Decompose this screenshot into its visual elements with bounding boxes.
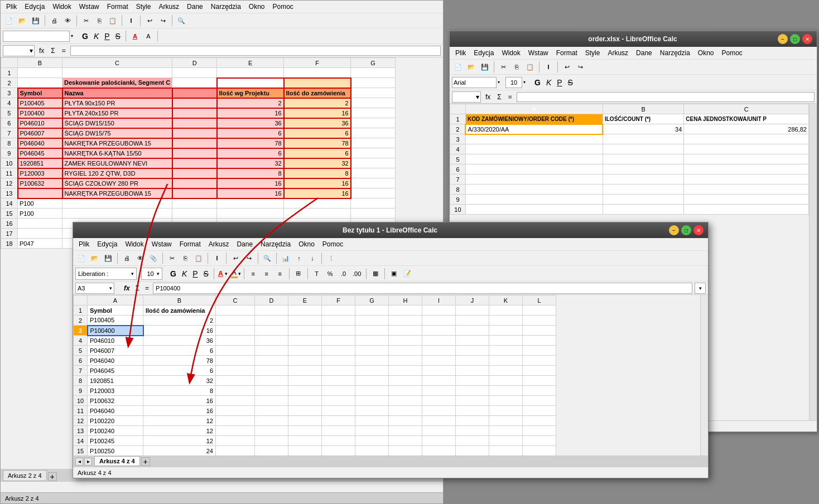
main-a5[interactable]: P046007 bbox=[88, 346, 143, 356]
main-save-btn[interactable]: 💾 bbox=[102, 252, 114, 264]
order-font-name-arrow[interactable]: ▾ bbox=[498, 80, 500, 85]
main-k9[interactable] bbox=[489, 386, 523, 396]
cell-b18[interactable]: P047 bbox=[18, 239, 62, 249]
order-b6[interactable] bbox=[603, 164, 683, 175]
cell-d13[interactable] bbox=[172, 188, 217, 198]
main-inc-btn[interactable]: .00 bbox=[351, 268, 363, 280]
order-col-b[interactable]: B bbox=[603, 104, 683, 114]
main-d13[interactable] bbox=[255, 426, 288, 436]
main-j14[interactable] bbox=[456, 436, 489, 446]
bg-tab-sheet[interactable]: Arkusz 2 z 4 bbox=[3, 470, 47, 481]
cell-b3[interactable]: Symbol bbox=[18, 88, 62, 98]
bg-menu-edycja[interactable]: Edycja bbox=[21, 2, 48, 12]
order-cell-ref-input[interactable] bbox=[454, 94, 476, 100]
main-find-btn[interactable]: 🔍 bbox=[261, 252, 273, 264]
main-g10[interactable] bbox=[355, 396, 389, 406]
col-header-g[interactable]: G bbox=[351, 58, 396, 68]
main-k4[interactable] bbox=[489, 336, 523, 346]
main-grid-area[interactable]: A B C D E F G H I J K L bbox=[73, 295, 700, 455]
main-h5[interactable] bbox=[389, 346, 422, 356]
main-col-l[interactable]: L bbox=[523, 295, 556, 306]
undo-btn[interactable]: ↩ bbox=[143, 14, 156, 27]
cell-c2[interactable]: Deskowanie palościanki, Segment C bbox=[62, 78, 172, 88]
main-c13[interactable] bbox=[216, 426, 255, 436]
main-minimize-btn[interactable]: − bbox=[669, 225, 679, 235]
main-a9[interactable]: P120003 bbox=[88, 386, 143, 396]
order-a8[interactable] bbox=[465, 185, 603, 195]
main-e2[interactable] bbox=[288, 316, 322, 326]
main-j9[interactable] bbox=[456, 386, 489, 396]
order-a6[interactable] bbox=[465, 164, 603, 175]
main-b12[interactable]: 12 bbox=[143, 416, 216, 426]
cell-g6[interactable] bbox=[351, 118, 396, 128]
main-b5[interactable]: 6 bbox=[143, 346, 216, 356]
main-g14[interactable] bbox=[355, 436, 389, 446]
main-hscroll[interactable] bbox=[150, 456, 708, 467]
main-k12[interactable] bbox=[489, 416, 523, 426]
cell-f6[interactable]: 36 bbox=[284, 118, 351, 128]
main-f10[interactable] bbox=[322, 396, 355, 406]
main-j15[interactable] bbox=[456, 446, 489, 456]
cell-e15[interactable] bbox=[217, 209, 284, 219]
bg-menu-arkusz[interactable]: Arkusz bbox=[155, 2, 182, 12]
main-d11[interactable] bbox=[255, 406, 288, 416]
cell-f14[interactable] bbox=[284, 198, 351, 209]
cell-g7[interactable] bbox=[351, 128, 396, 138]
order-font-name[interactable] bbox=[452, 77, 497, 88]
main-maximize-btn[interactable]: □ bbox=[681, 225, 691, 235]
cell-b10[interactable]: 1920851 bbox=[18, 158, 62, 168]
preview-btn[interactable]: 👁 bbox=[61, 14, 74, 27]
main-col-k[interactable]: K bbox=[489, 295, 523, 306]
main-i2[interactable] bbox=[422, 316, 456, 326]
main-strike-f[interactable]: S bbox=[201, 269, 211, 278]
main-i7[interactable] bbox=[422, 366, 456, 376]
main-clip-btn[interactable]: 📎 bbox=[147, 252, 160, 264]
main-close-btn[interactable]: ✕ bbox=[693, 225, 704, 235]
order-a10[interactable] bbox=[465, 205, 603, 215]
cell-c8[interactable]: NAKRĘTKA PRZEGUBOWA 15 bbox=[62, 138, 172, 148]
order-b4[interactable] bbox=[603, 144, 683, 154]
bg-menu-pomoc[interactable]: Pomoc bbox=[269, 2, 297, 12]
main-align-right[interactable]: ≡ bbox=[274, 268, 286, 280]
main-b4[interactable]: 36 bbox=[143, 336, 216, 346]
col-header-f[interactable]: F bbox=[284, 58, 351, 68]
cell-c4[interactable]: PŁYTA 90x150 PR bbox=[62, 98, 172, 108]
cell-d14[interactable] bbox=[172, 198, 217, 209]
main-align-left[interactable]: ≡ bbox=[247, 268, 259, 280]
main-l15[interactable] bbox=[523, 446, 556, 456]
main-d3[interactable] bbox=[255, 326, 288, 336]
main-menu-dane[interactable]: Dane bbox=[233, 239, 256, 249]
main-h15[interactable] bbox=[389, 446, 422, 456]
main-bg-color-arrow[interactable]: ▾ bbox=[238, 271, 241, 277]
order-b5[interactable] bbox=[603, 154, 683, 164]
main-copy-btn[interactable]: ⎘ bbox=[179, 252, 191, 264]
main-l10[interactable] bbox=[523, 396, 556, 406]
main-sort-desc-btn[interactable]: ↓ bbox=[306, 252, 319, 264]
main-percent-btn[interactable]: % bbox=[324, 268, 336, 280]
cell-e2[interactable] bbox=[217, 78, 284, 88]
main-b10[interactable]: 16 bbox=[143, 396, 216, 406]
main-c14[interactable] bbox=[216, 436, 255, 446]
cell-d1[interactable] bbox=[172, 68, 217, 78]
main-i9[interactable] bbox=[422, 386, 456, 396]
order-b3[interactable] bbox=[603, 134, 683, 144]
main-cut-btn[interactable]: ✂ bbox=[166, 252, 178, 264]
main-k3[interactable] bbox=[489, 326, 523, 336]
main-align-center[interactable]: ≡ bbox=[261, 268, 273, 280]
main-font-name-arrow[interactable]: ▾ bbox=[131, 271, 134, 277]
order-menu-arkusz[interactable]: Arkusz bbox=[604, 48, 632, 58]
cell-g1[interactable] bbox=[351, 68, 396, 78]
main-d14[interactable] bbox=[255, 436, 288, 446]
cell-b5[interactable]: P100400 bbox=[18, 108, 62, 118]
order-menu-pomoc[interactable]: Pomoc bbox=[719, 48, 746, 58]
main-new-btn[interactable]: 📄 bbox=[75, 252, 88, 264]
cell-e1[interactable] bbox=[217, 68, 284, 78]
main-f9[interactable] bbox=[322, 386, 355, 396]
main-c1[interactable] bbox=[216, 306, 255, 316]
bold-btn[interactable]: I bbox=[125, 14, 137, 27]
main-i4[interactable] bbox=[422, 336, 456, 346]
main-g8[interactable] bbox=[355, 376, 389, 386]
main-j1[interactable] bbox=[456, 306, 489, 316]
main-c11[interactable] bbox=[216, 406, 255, 416]
main-l12[interactable] bbox=[523, 416, 556, 426]
